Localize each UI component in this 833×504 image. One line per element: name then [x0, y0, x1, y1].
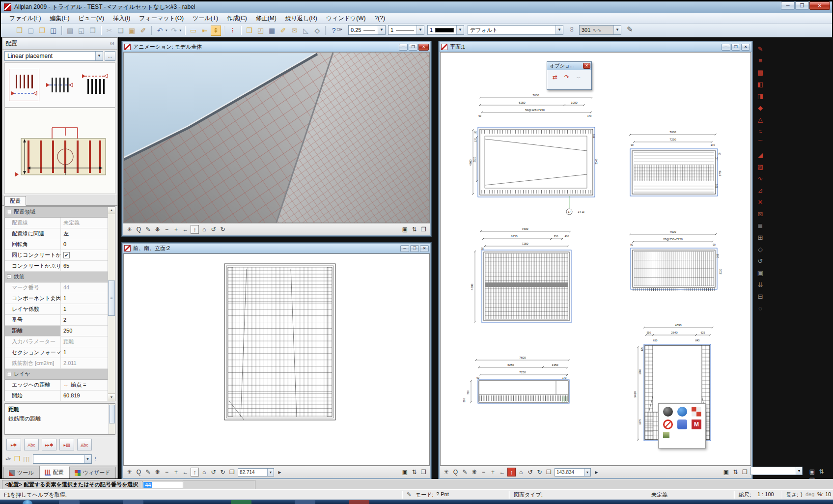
undo-icon[interactable]: ↶ [155, 26, 165, 36]
side-tool-icon[interactable]: ◇ [754, 244, 766, 255]
collapse-icon[interactable]: − [7, 210, 11, 214]
zoom-in-icon[interactable]: + [489, 468, 497, 476]
palette-tab-placement[interactable]: 配置 [39, 466, 69, 478]
export-icon[interactable]: ✐ [278, 26, 288, 36]
undo-view-icon[interactable]: ↺ [209, 468, 218, 476]
side-tool-icon[interactable]: ◢ [754, 149, 766, 161]
redo-view-icon[interactable]: ↻ [219, 468, 227, 476]
image-frame-icon[interactable]: ▦ [267, 26, 277, 36]
copy-icon[interactable]: ❏ [115, 26, 126, 36]
match-properties-icon[interactable]: ✑ [5, 455, 11, 463]
chevron-down-icon[interactable]: ▼ [378, 26, 385, 34]
zoom-in-icon[interactable]: + [172, 225, 180, 234]
sphere-icon[interactable] [663, 407, 673, 417]
chevron-down-icon[interactable]: ▾ [180, 28, 182, 32]
close-button[interactable]: ✕ [741, 44, 750, 51]
menu-item[interactable]: ファイル(F) [5, 14, 45, 23]
chevron-down-icon[interactable]: ▼ [796, 467, 802, 475]
property-value[interactable]: ↔始点 = [61, 380, 108, 390]
side-tool-icon[interactable]: ∿ [754, 173, 766, 185]
split-window-icon[interactable]: ⇅ [410, 225, 418, 234]
property-value[interactable]: 左 [61, 228, 108, 239]
isometric-view-icon[interactable]: ⌂ [517, 468, 525, 476]
zoom-all-icon[interactable]: ✳ [125, 225, 134, 234]
zoom-value-combo[interactable]: 82.714▼ [238, 468, 274, 476]
property-value[interactable]: 1 [61, 293, 108, 304]
menu-item[interactable]: 繰り返し(R) [281, 14, 322, 23]
side-tool-icon[interactable]: ◆ [754, 102, 766, 114]
menu-item[interactable]: フォーマット(O) [135, 14, 188, 23]
property-section-header[interactable]: −配置領域 [5, 207, 115, 218]
measure-vertical-icon[interactable]: ⇞ [211, 26, 221, 36]
zoom-all-icon[interactable]: ✳ [125, 468, 134, 476]
side-tool-icon[interactable]: ↺ [754, 255, 766, 267]
more-options-icon[interactable]: ⁝ [95, 456, 96, 462]
chevron-down-icon[interactable]: ▼ [456, 26, 464, 34]
format-brush-icon[interactable]: ✐ [138, 26, 148, 36]
minimize-button[interactable]: ─ [399, 44, 408, 51]
palette-header[interactable]: 配置 ⊙ [2, 38, 117, 50]
pen-dropper-icon[interactable]: ✑ [336, 25, 343, 34]
chevron-down-icon[interactable]: ▼ [555, 26, 563, 34]
window-icon[interactable]: ❐ [87, 26, 98, 36]
place-text-icon[interactable]: Abc [24, 439, 39, 450]
property-value[interactable]: 2.011 [61, 358, 108, 368]
side-tool-icon[interactable]: ◧ [754, 79, 766, 90]
palette-tab-wizard[interactable]: ウィザード [69, 467, 116, 478]
place-multiple-icon[interactable]: ▸▸✱ [42, 439, 56, 450]
load-favorite-icon[interactable]: ❒ [14, 455, 21, 463]
split-window-icon[interactable]: ⇅ [731, 468, 740, 476]
zoom-in-icon[interactable]: + [172, 468, 180, 476]
scroll-down-icon[interactable]: ▼ [108, 393, 115, 401]
isometric-view-icon[interactable]: ⌂ [200, 225, 208, 234]
line-type-combo[interactable]: 1 ▼ [388, 25, 424, 35]
chevron-down-icon[interactable]: ▾ [166, 28, 167, 32]
scroll-up-icon[interactable]: ▲ [108, 207, 115, 214]
redo-view-icon[interactable]: ↻ [535, 468, 544, 476]
restore-button[interactable]: ❐ [795, 1, 809, 10]
redo-icon[interactable]: ↷ [169, 26, 179, 36]
property-value[interactable]: 65 [61, 261, 108, 271]
side-tool-icon[interactable]: ⊞ [754, 232, 766, 244]
pen-thickness-combo[interactable]: 0.25 ▼ [348, 25, 386, 35]
elevation-window-titlebar[interactable]: 前、南、立面:2 ─ ❐ ✕ [123, 244, 430, 253]
red-tiles-icon[interactable] [692, 407, 701, 417]
copy-window-icon[interactable]: ▣ [808, 467, 816, 476]
chevron-down-icon[interactable]: ▼ [267, 469, 274, 476]
pan-icon[interactable]: ✎ [144, 225, 152, 234]
minimize-button[interactable]: ─ [781, 1, 795, 10]
tile-placement-on-line[interactable] [44, 69, 75, 101]
load-view-icon[interactable]: ❒ [545, 468, 553, 476]
taskbar-item[interactable] [123, 500, 143, 504]
plan-window-titlebar[interactable]: 平面:1 ─ ❐ ✕ [440, 42, 751, 52]
side-tool-icon[interactable]: ⊟ [754, 291, 766, 303]
checkbox[interactable]: ✔ [63, 252, 70, 258]
place-single-icon[interactable]: ▸✱ [6, 439, 21, 450]
side-tool-icon[interactable]: ✕ [754, 196, 766, 208]
cut-icon[interactable]: ✂ [104, 26, 114, 36]
refresh-icon[interactable]: ❋ [153, 225, 162, 234]
property-value[interactable]: 44 [61, 282, 108, 293]
previous-view-icon[interactable]: ← [181, 468, 190, 476]
side-tool-icon[interactable]: ≡ [754, 55, 766, 67]
view-direction-icon[interactable]: ↑ [191, 468, 199, 476]
browse-button[interactable]: ... [105, 51, 115, 61]
arrange-window-icon[interactable]: ❐ [741, 468, 749, 476]
zoom-window-icon[interactable]: Q [451, 468, 460, 476]
property-section-header[interactable]: −鉄筋 [5, 272, 115, 282]
side-tool-icon[interactable]: ▤ [754, 67, 766, 79]
print-icon[interactable]: ▤ [65, 26, 75, 36]
previous-view-icon[interactable]: ← [498, 468, 506, 476]
send-icon[interactable]: ✉ [289, 26, 300, 36]
collapse-icon[interactable]: − [7, 372, 11, 376]
chevron-down-icon[interactable]: ▼ [95, 52, 103, 60]
close-button[interactable]: ✕ [418, 44, 429, 51]
scroll-thumb[interactable]: ≣ [108, 280, 115, 316]
favorite-combo[interactable]: ▼ [33, 454, 92, 464]
refresh-icon[interactable]: ❋ [153, 468, 162, 476]
property-value[interactable]: 0 [61, 239, 108, 250]
side-tool-icon[interactable]: ◨ [754, 90, 766, 102]
property-value[interactable]: ✔ [61, 250, 108, 260]
palette-tab-tools[interactable]: ツール [3, 467, 39, 478]
taskbar-item[interactable] [231, 500, 251, 504]
